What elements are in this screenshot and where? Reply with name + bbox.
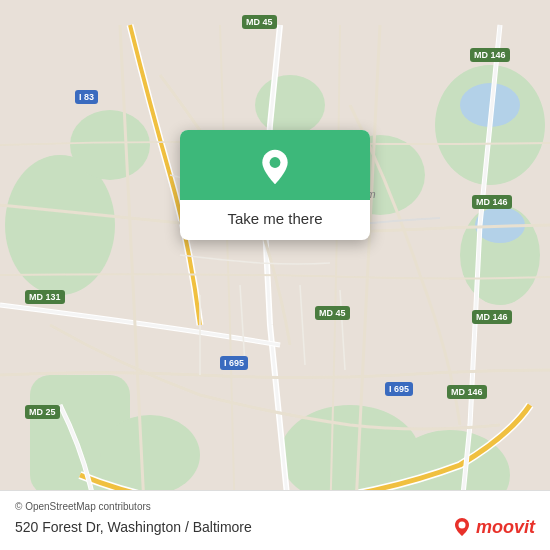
moovit-pin-icon — [451, 516, 473, 538]
road-badge-md146-2: MD 146 — [472, 195, 512, 209]
popup-button-area: Take me there — [180, 200, 370, 240]
svg-point-8 — [255, 75, 325, 135]
road-badge-md45-top: MD 45 — [242, 15, 277, 29]
svg-point-1 — [70, 110, 150, 180]
road-badge-md131: MD 131 — [25, 290, 65, 304]
svg-point-13 — [458, 522, 465, 529]
map-svg — [0, 0, 550, 550]
road-badge-md146-1: MD 146 — [470, 48, 510, 62]
svg-point-5 — [100, 415, 200, 495]
map-container: I 83 MD 45 MD 146 MD 146 MD 146 MD 146 M… — [0, 0, 550, 550]
address-row: 520 Forest Dr, Washington / Baltimore mo… — [15, 516, 535, 538]
address-text: 520 Forest Dr, Washington / Baltimore — [15, 519, 252, 535]
road-badge-md25: MD 25 — [25, 405, 60, 419]
road-badge-i83: I 83 — [75, 90, 98, 104]
road-badge-i695-2: I 695 — [385, 382, 413, 396]
road-badge-md146-3: MD 146 — [472, 310, 512, 324]
road-badge-i695-1: I 695 — [220, 356, 248, 370]
moovit-label: moovit — [476, 517, 535, 538]
take-me-there-button[interactable]: Take me there — [194, 210, 356, 227]
svg-point-12 — [270, 157, 281, 168]
attribution-text: © OpenStreetMap contributors — [15, 501, 535, 512]
map-pin-icon — [256, 148, 294, 186]
moovit-logo[interactable]: moovit — [451, 516, 535, 538]
location-popup: Take me there — [180, 130, 370, 240]
road-badge-md45-mid: MD 45 — [315, 306, 350, 320]
bottom-bar: © OpenStreetMap contributors 520 Forest … — [0, 490, 550, 550]
popup-header — [180, 130, 370, 200]
road-badge-md146-4: MD 146 — [447, 385, 487, 399]
